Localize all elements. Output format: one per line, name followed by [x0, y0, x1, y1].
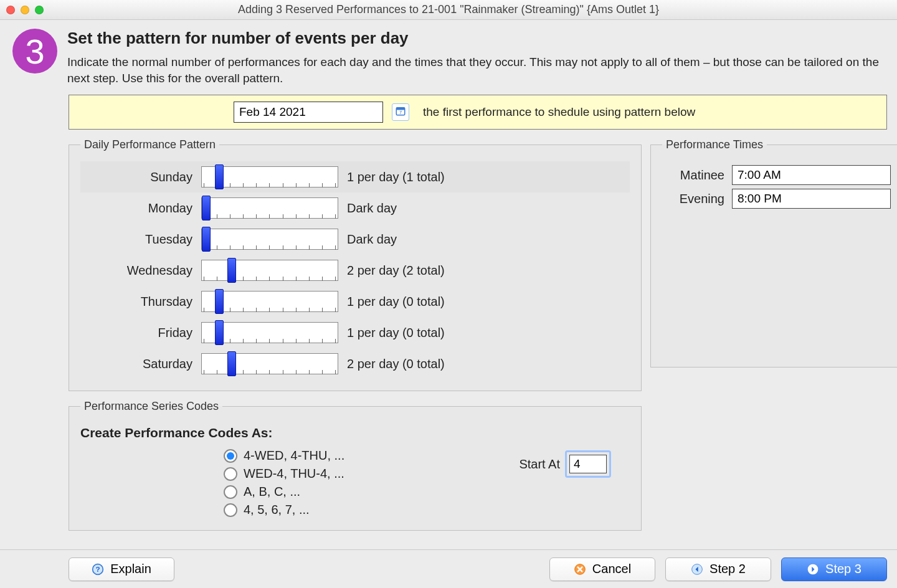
day-slider-thursday[interactable] [201, 291, 338, 312]
day-value: 2 per day (0 total) [347, 357, 445, 371]
radio-icon [224, 503, 237, 517]
cancel-button[interactable]: Cancel [549, 557, 655, 581]
cancel-icon [574, 563, 586, 576]
day-label: Saturday [80, 357, 192, 371]
code-format-label: 4, 5, 6, 7, ... [244, 503, 310, 517]
day-row-saturday: Saturday2 per day (0 total) [80, 348, 630, 379]
slider-thumb[interactable] [202, 196, 211, 220]
cancel-label: Cancel [592, 562, 631, 576]
day-slider-monday[interactable] [201, 197, 338, 219]
day-slider-tuesday[interactable] [201, 229, 338, 250]
explain-label: Explain [110, 562, 151, 576]
daily-pattern-legend: Daily Performance Pattern [80, 138, 219, 151]
radio-icon [224, 467, 237, 481]
svg-text:?: ? [96, 565, 100, 573]
day-value: 1 per day (1 total) [347, 170, 445, 184]
day-label: Tuesday [80, 232, 192, 247]
day-row-friday: Friday1 per day (0 total) [80, 317, 630, 348]
matinee-time-input[interactable] [732, 165, 891, 185]
day-row-monday: MondayDark day [80, 192, 630, 224]
header: 3 Set the pattern for number of events p… [10, 26, 887, 92]
step-3-label: Step 3 [825, 562, 861, 576]
series-codes-legend: Performance Series Codes [80, 400, 222, 413]
series-codes-heading: Create Performance Codes As: [80, 425, 630, 440]
day-row-sunday: Sunday1 per day (1 total) [80, 161, 630, 192]
day-value: 1 per day (0 total) [347, 326, 445, 340]
calendar-icon: 7 [395, 105, 406, 120]
slider-thumb[interactable] [227, 258, 236, 283]
start-at-input[interactable] [569, 455, 607, 473]
time-label: Evening [662, 192, 724, 206]
code-format-option-2[interactable]: A, B, C, ... [80, 483, 630, 501]
performance-times-group: Performance Times MatineeEvening [650, 138, 897, 368]
page-description: Indicate the normal number of performanc… [67, 54, 885, 86]
content: 3 Set the pattern for number of events p… [0, 20, 897, 549]
day-row-thursday: Thursday1 per day (0 total) [80, 286, 630, 317]
window-controls [6, 6, 44, 14]
start-at-field: Start At [519, 450, 611, 478]
step-2-button[interactable]: Step 2 [665, 557, 771, 581]
day-slider-saturday[interactable] [201, 353, 338, 374]
day-row-tuesday: TuesdayDark day [80, 224, 630, 255]
first-performance-bar: 7 the first performance to shedule using… [69, 95, 887, 130]
forward-icon [807, 563, 819, 576]
slider-thumb[interactable] [215, 164, 224, 189]
window: Adding 3 Reserved Performances to 21-001… [0, 0, 897, 588]
performance-times-legend: Performance Times [662, 138, 767, 151]
step-3-button[interactable]: Step 3 [781, 557, 887, 581]
zoom-window-button[interactable] [35, 6, 44, 14]
time-row-matinee: Matinee [662, 165, 891, 185]
explain-button[interactable]: ? Explain [69, 557, 174, 581]
slider-thumb[interactable] [215, 320, 224, 345]
code-format-label: A, B, C, ... [244, 485, 300, 499]
day-slider-wednesday[interactable] [201, 260, 338, 281]
code-format-option-3[interactable]: 4, 5, 6, 7, ... [80, 501, 630, 519]
day-row-wednesday: Wednesday2 per day (2 total) [80, 255, 630, 286]
series-codes-group: Performance Series Codes Create Performa… [69, 400, 642, 531]
calendar-picker-button[interactable]: 7 [392, 103, 409, 121]
slider-thumb[interactable] [227, 351, 236, 376]
first-performance-caption: the first performance to shedule using p… [423, 105, 695, 119]
day-label: Monday [80, 201, 192, 216]
page-title: Set the pattern for number of events per… [67, 29, 885, 48]
start-at-label: Start At [519, 457, 560, 472]
daily-pattern-group: Daily Performance Pattern Sunday1 per da… [69, 138, 642, 391]
day-value: 1 per day (0 total) [347, 295, 445, 309]
day-label: Thursday [80, 295, 192, 309]
code-format-label: 4-WED, 4-THU, ... [244, 448, 344, 463]
day-value: 2 per day (2 total) [347, 263, 445, 278]
close-window-button[interactable] [6, 6, 15, 14]
help-icon: ? [92, 563, 104, 576]
day-label: Wednesday [80, 263, 192, 278]
day-value: Dark day [347, 232, 397, 247]
first-performance-date-input[interactable] [234, 102, 383, 123]
radio-icon [224, 449, 237, 463]
evening-time-input[interactable] [732, 189, 891, 209]
slider-thumb[interactable] [202, 227, 211, 252]
footer: ? Explain Cancel Step 2 Step 3 [0, 549, 897, 588]
day-label: Friday [80, 326, 192, 340]
day-label: Sunday [80, 170, 192, 184]
day-value: Dark day [347, 201, 397, 216]
step-2-label: Step 2 [710, 562, 746, 576]
code-format-label: WED-4, THU-4, ... [244, 467, 344, 481]
window-title: Adding 3 Reserved Performances to 21-001… [44, 3, 853, 16]
time-row-evening: Evening [662, 189, 891, 209]
day-slider-sunday[interactable] [201, 166, 338, 187]
svg-text:7: 7 [399, 109, 402, 115]
back-icon [691, 563, 703, 576]
day-slider-friday[interactable] [201, 322, 338, 343]
minimize-window-button[interactable] [21, 6, 29, 14]
time-label: Matinee [662, 168, 724, 183]
slider-thumb[interactable] [215, 289, 224, 314]
titlebar: Adding 3 Reserved Performances to 21-001… [0, 0, 897, 20]
step-number-badge: 3 [12, 29, 57, 74]
radio-icon [224, 485, 237, 499]
